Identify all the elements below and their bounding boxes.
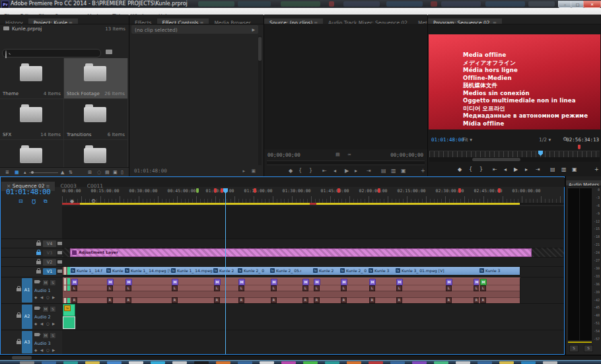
taskbar-app-icon[interactable] xyxy=(42,361,56,364)
sequence-marker-red[interactable] xyxy=(337,188,340,193)
taskbar-app-icon[interactable] xyxy=(521,361,536,364)
solo-right-button[interactable]: S xyxy=(584,345,593,352)
plus-button[interactable]: + xyxy=(421,168,425,174)
step-back-button[interactable]: ◂ xyxy=(334,168,336,174)
tab-history[interactable]: History xyxy=(0,18,28,24)
timeline-clip-video[interactable]: fxKunle 2_ 0 xyxy=(339,267,369,275)
track-output-icon[interactable] xyxy=(34,307,40,310)
toggle-audio-icon[interactable]: ▣ xyxy=(251,168,256,174)
play-around-icon[interactable]: ▸ xyxy=(242,168,245,174)
timeline-clip-video[interactable] xyxy=(444,267,473,275)
track-badge-v1[interactable]: V1 xyxy=(43,268,56,275)
keyframe-control-icon[interactable]: ▶ xyxy=(52,322,55,326)
timeline-clip-audio[interactable]: MLR xyxy=(170,277,213,303)
keyframe-control-icon[interactable]: ◀ xyxy=(40,348,43,352)
track-badge-a2[interactable]: A2 xyxy=(22,305,32,329)
timeline-clip-video[interactable]: fxKunle 1_ 14.mpeg [V] xyxy=(124,267,171,275)
play-button[interactable]: ▶ xyxy=(345,168,349,174)
timeline-clip-audio[interactable]: MLR xyxy=(237,277,270,303)
go-to-out-button[interactable]: ⇥ xyxy=(367,168,371,174)
lift-button[interactable]: ▤ xyxy=(550,166,555,172)
solo-left-button[interactable]: S xyxy=(569,345,579,352)
step-back-button[interactable]: ◂ xyxy=(504,166,507,172)
keyframe-control-icon[interactable]: ◀ xyxy=(40,295,43,299)
keyframe-control-icon[interactable]: ○ xyxy=(46,295,50,299)
sequence-marker-red[interactable] xyxy=(378,188,380,193)
project-bin[interactable]: Stock Footage26 Items xyxy=(64,58,128,99)
audio-clip-green[interactable]: fx xyxy=(63,304,75,316)
zoom-in-icon[interactable]: ▲ xyxy=(61,170,64,175)
fit-dropdown[interactable]: Fit ▾ xyxy=(462,137,472,143)
search-input[interactable] xyxy=(2,49,101,57)
timeline-clip-audio[interactable]: MLR xyxy=(124,277,171,303)
track-lock-icon[interactable] xyxy=(17,288,21,291)
timeline-clip-video[interactable]: fxKunle 1_ 14.mpeg xyxy=(170,267,213,275)
drag-video-icon[interactable]: ▤ xyxy=(336,152,340,157)
taskbar-app-icon[interactable] xyxy=(281,361,296,364)
export-frame-button[interactable]: ▣ xyxy=(401,168,406,174)
source-scrubber[interactable] xyxy=(267,161,425,165)
project-bin[interactable]: Theme4 Items xyxy=(0,58,64,99)
tab-program-sequence[interactable]: Program: Sequence 02 ≡ xyxy=(428,18,502,24)
panel-menu-icon[interactable]: ≡ xyxy=(491,18,497,24)
step-forward-button[interactable]: ▸ xyxy=(355,168,357,174)
track-output-icon[interactable] xyxy=(34,280,40,283)
timeline-clip-video[interactable] xyxy=(301,267,313,275)
timeline-clip-video[interactable]: fxKunle 2 xyxy=(312,267,340,275)
taskbar-app-icon[interactable] xyxy=(434,361,448,364)
lift-button[interactable]: ▤ xyxy=(381,168,386,174)
taskbar-app-icon[interactable] xyxy=(151,361,165,364)
sequence-marker-red[interactable] xyxy=(221,188,223,193)
icon-view-icon[interactable]: ▦ xyxy=(15,170,19,175)
mute-button[interactable]: M xyxy=(42,332,49,339)
keyframe-control-icon[interactable]: ▶ xyxy=(52,295,55,299)
timeline-clip-video[interactable]: fxKunle 2_ 0 xyxy=(237,267,270,275)
timeline-clip-audio[interactable]: MLR xyxy=(106,277,125,303)
project-bin[interactable]: Transitions6 Items xyxy=(64,99,128,140)
step-forward-button[interactable]: ▸ xyxy=(525,166,528,172)
taskbar-app-icon[interactable] xyxy=(499,361,514,364)
tab-media-browser[interactable]: Media Browser xyxy=(209,18,256,24)
play-button[interactable]: ▶ xyxy=(514,166,518,172)
insert-overwrite-pin-icon[interactable]: ⊟ xyxy=(18,198,23,204)
solo-button[interactable]: S xyxy=(50,332,56,339)
keyframe-control-icon[interactable]: ◆ xyxy=(34,348,37,352)
timeline-clip-audio[interactable]: MLR xyxy=(70,277,106,303)
keyframe-control-icon[interactable]: ▶ xyxy=(52,348,55,352)
track-lock-icon[interactable] xyxy=(17,341,21,344)
tab-effect-controls[interactable]: Effect Controls ≡ xyxy=(157,18,209,24)
taskbar-app-icon[interactable] xyxy=(107,361,122,364)
go-to-in-button[interactable]: ⇤ xyxy=(322,168,327,174)
minimize-button[interactable]: – xyxy=(558,1,572,8)
timeline-clip-audio[interactable]: MLR xyxy=(269,277,302,303)
track-lock-icon[interactable] xyxy=(17,314,21,318)
timeline-clip-video[interactable]: fxKunle xyxy=(106,267,125,275)
drag-audio-icon[interactable]: ≈ xyxy=(347,152,351,157)
taskbar-app-icon[interactable] xyxy=(325,361,339,364)
taskbar-app-icon[interactable] xyxy=(260,361,274,364)
timeline-clip-video[interactable]: fxKunle 3 xyxy=(368,267,396,275)
mute-button[interactable]: M xyxy=(42,279,49,286)
mark-in-button[interactable]: { xyxy=(469,166,472,172)
go-to-in-button[interactable]: ⇤ xyxy=(493,166,497,172)
extract-button[interactable]: ▥ xyxy=(561,166,567,172)
timeline-clip-video[interactable]: fxKunle 3_ 01.mpeg [V] xyxy=(395,267,445,275)
timeline-clip-audio[interactable]: MLR xyxy=(339,277,369,303)
keyframe-control-icon[interactable]: ◀ xyxy=(40,322,43,326)
mark-out-button[interactable]: } xyxy=(309,168,312,174)
timeline-settings-wrench-icon[interactable]: ⚙ xyxy=(91,198,96,204)
taskbar-app-icon[interactable] xyxy=(347,361,361,364)
twirl-arrow-icon[interactable]: ▶ xyxy=(252,27,255,32)
taskbar-app-icon[interactable] xyxy=(194,361,209,364)
taskbar-app-icon[interactable] xyxy=(543,361,557,364)
sequence-marker-red[interactable] xyxy=(498,188,501,193)
maximize-button[interactable]: ▢ xyxy=(571,1,584,8)
list-view-icon[interactable]: ≣ xyxy=(5,170,9,175)
new-item-icon[interactable]: ▣ xyxy=(113,170,118,175)
panel-menu-icon[interactable]: ≡ xyxy=(67,18,73,24)
keyframe-control-icon[interactable]: ○ xyxy=(46,348,50,352)
timeline-playhead[interactable] xyxy=(225,193,226,354)
keyframe-control-icon[interactable]: ◆ xyxy=(34,322,37,326)
program-current-timecode[interactable]: 01:01:48:00 xyxy=(431,137,464,143)
add-marker-icon[interactable]: ◆ xyxy=(70,198,74,204)
